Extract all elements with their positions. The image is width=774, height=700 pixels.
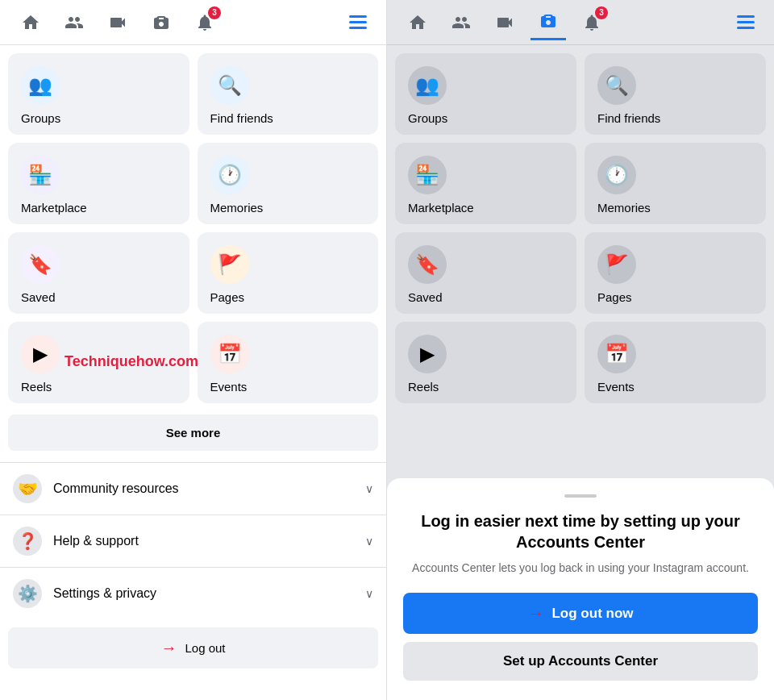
chevron-settings-icon: ∨	[365, 587, 373, 600]
grid-item-label-right-groups: Groups	[408, 111, 567, 125]
grid-item-label-events: Events	[210, 380, 369, 394]
grid-item-label-right-saved: Saved	[408, 290, 567, 304]
modal-desc: Accounts Center lets you log back in usi…	[403, 560, 758, 577]
grid-item-left-marketplace[interactable]: 🏪 Marketplace	[8, 143, 189, 224]
pages-icon-right: 🚩	[597, 245, 636, 284]
grid-item-right-saved[interactable]: 🔖 Saved	[395, 232, 576, 314]
top-nav-left: 3	[0, 0, 386, 45]
community-section-icon: 🤝	[13, 474, 42, 503]
accounts-center-modal: Log in easier next time by setting up yo…	[387, 478, 774, 700]
grid-item-left-pages[interactable]: 🚩 Pages	[198, 232, 379, 314]
nav-marketplace-right[interactable]	[531, 5, 566, 40]
badge-left: 3	[208, 6, 221, 19]
saved-icon-right: 🔖	[408, 245, 447, 284]
events-icon: 📅	[210, 335, 249, 373]
nav-bell-left[interactable]: 3	[187, 5, 223, 40]
modal-title: Log in easier next time by setting up yo…	[403, 510, 758, 552]
section-item-label-community: Community resources	[53, 481, 179, 496]
nav-home-right[interactable]	[400, 5, 435, 40]
reels-icon: ▶	[21, 335, 60, 373]
memories-icon: 🕐	[210, 156, 249, 194]
grid-item-label-right-events: Events	[597, 380, 756, 394]
nav-people-left[interactable]	[56, 5, 92, 40]
section-list-left: 🤝 Community resources ∨ ❓ Help & support…	[0, 459, 386, 623]
nav-icons-left: 3	[13, 5, 223, 40]
section-item-community[interactable]: 🤝 Community resources ∨	[0, 462, 386, 515]
grid-item-label-right-find_friends: Find friends	[597, 111, 756, 125]
logout-button[interactable]: → Log out	[8, 627, 378, 669]
right-panel: 3 👥 Groups 🔍 Find friends 🏪 Marketplace …	[387, 0, 774, 700]
grid-item-left-reels[interactable]: ▶ Reels	[8, 322, 189, 403]
grid-item-label-memories: Memories	[210, 201, 369, 215]
grid-section-right: 👥 Groups 🔍 Find friends 🏪 Marketplace 🕐 …	[387, 45, 774, 411]
nav-home-left[interactable]	[13, 5, 48, 40]
nav-people-right[interactable]	[443, 5, 479, 40]
memories-icon-right: 🕐	[597, 156, 636, 194]
grid-section-left: 👥 Groups 🔍 Find friends 🏪 Marketplace 🕐 …	[0, 45, 386, 411]
set-up-accounts-center-button[interactable]: Set up Accounts Center	[403, 642, 758, 681]
section-item-settings[interactable]: ⚙️ Settings & privacy ∨	[0, 567, 386, 619]
badge-right: 3	[595, 6, 608, 19]
chevron-help-icon: ∨	[365, 535, 373, 548]
grid-item-label-pages: Pages	[210, 290, 369, 304]
chevron-community-icon: ∨	[365, 482, 373, 495]
help-section-icon: ❓	[13, 527, 42, 556]
grid-item-label-groups: Groups	[21, 111, 180, 125]
nav-bell-right[interactable]: 3	[574, 5, 610, 40]
left-panel: 3 👥 Groups 🔍 Find friends 🏪 Marketplace …	[0, 0, 387, 700]
top-nav-right: 3	[387, 0, 774, 45]
grid-item-label-right-marketplace: Marketplace	[408, 201, 567, 215]
arrow-right-modal-icon: →	[527, 604, 543, 623]
grid-item-right-pages[interactable]: 🚩 Pages	[585, 232, 766, 314]
grid-item-left-saved[interactable]: 🔖 Saved	[8, 232, 189, 314]
groups-icon: 👥	[21, 66, 60, 105]
grid-item-right-events[interactable]: 📅 Events	[585, 322, 766, 403]
pages-icon: 🚩	[210, 245, 249, 284]
log-out-now-label: Log out now	[551, 606, 633, 622]
marketplace-icon: 🏪	[21, 156, 60, 194]
grid-item-left-memories[interactable]: 🕐 Memories	[198, 143, 379, 224]
grid-item-right-groups[interactable]: 👥 Groups	[395, 53, 576, 135]
log-out-now-button[interactable]: → Log out now	[403, 593, 758, 634]
marketplace-icon-right: 🏪	[408, 156, 447, 194]
arrow-right-icon: →	[160, 639, 177, 657]
hamburger-right[interactable]	[730, 9, 761, 35]
grid-item-label-marketplace: Marketplace	[21, 201, 180, 215]
section-item-help[interactable]: ❓ Help & support ∨	[0, 515, 386, 567]
modal-handle	[564, 494, 597, 498]
grid-item-left-groups[interactable]: 👥 Groups	[8, 53, 189, 135]
section-item-label-settings: Settings & privacy	[53, 586, 156, 601]
grid-item-label-find_friends: Find friends	[210, 111, 369, 125]
grid-item-label-right-pages: Pages	[597, 290, 756, 304]
see-more-button[interactable]: See more	[8, 415, 378, 451]
groups-icon-right: 👥	[408, 66, 447, 105]
events-icon-right: 📅	[597, 335, 636, 373]
grid-item-left-find_friends[interactable]: 🔍 Find friends	[198, 53, 379, 135]
grid-item-right-marketplace[interactable]: 🏪 Marketplace	[395, 143, 576, 224]
find_friends-icon-right: 🔍	[597, 66, 636, 105]
section-item-label-help: Help & support	[53, 534, 139, 548]
nav-marketplace-left[interactable]	[144, 5, 179, 40]
grid-item-right-reels[interactable]: ▶ Reels	[395, 322, 576, 403]
find_friends-icon: 🔍	[210, 66, 249, 105]
grid-item-right-find_friends[interactable]: 🔍 Find friends	[585, 53, 766, 135]
grid-item-label-saved: Saved	[21, 290, 180, 304]
nav-icons-right: 3	[400, 5, 610, 40]
logout-label: Log out	[185, 641, 225, 655]
reels-icon-right: ▶	[408, 335, 447, 373]
saved-icon: 🔖	[21, 245, 60, 284]
grid-item-right-memories[interactable]: 🕐 Memories	[585, 143, 766, 224]
grid-item-label-reels: Reels	[21, 380, 180, 394]
nav-video-left[interactable]	[100, 5, 135, 40]
hamburger-left[interactable]	[343, 9, 373, 35]
grid-item-left-events[interactable]: 📅 Events	[198, 322, 379, 403]
settings-section-icon: ⚙️	[13, 579, 42, 608]
grid-item-label-right-reels: Reels	[408, 380, 567, 394]
grid-item-label-right-memories: Memories	[597, 201, 756, 215]
nav-video-right[interactable]	[487, 5, 522, 40]
